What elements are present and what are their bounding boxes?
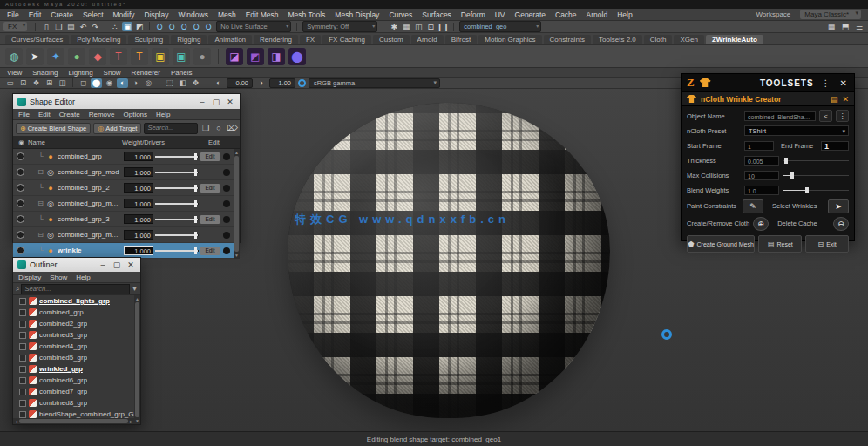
weight-slider[interactable] [155, 215, 199, 223]
options-kebab-button[interactable]: ⋮ [836, 110, 849, 122]
thickness-slider[interactable] [783, 156, 849, 165]
shelf-tab-custom[interactable]: Custom [373, 35, 410, 44]
menu-windows[interactable]: Windows [178, 10, 207, 19]
viewport-menu-panels[interactable]: Panels [171, 69, 192, 77]
menu-create[interactable]: Create [51, 10, 73, 19]
select-wrinkles-button[interactable]: ➤ [828, 199, 849, 213]
screen-ao-icon[interactable]: ◎ [143, 78, 154, 88]
shelf-tab-curves-surfaces[interactable]: Curves/Surfaces [5, 35, 69, 44]
weight-slider[interactable] [155, 199, 199, 207]
expand-toggle-icon[interactable]: ⊟ [28, 168, 44, 176]
xray-joints-icon[interactable]: ✥ [190, 78, 201, 88]
minimize-button[interactable]: – [98, 260, 108, 269]
menu-edit[interactable]: Edit [29, 10, 42, 19]
shelf-pointer-tool-icon[interactable]: ➤ [26, 48, 44, 65]
mute-dot[interactable] [221, 169, 232, 176]
blend-weights-slider[interactable] [783, 186, 849, 194]
reset-button[interactable]: ▤Reset [758, 235, 802, 253]
solo-radio[interactable] [17, 152, 24, 160]
paint-constraints-button[interactable]: ✎ [743, 199, 763, 213]
shape-editor-menu-options[interactable]: Options [124, 111, 148, 118]
ncloth-wrinkle-creator-section[interactable]: nCloth Wrinkle Creator ▤ ✕ [682, 92, 854, 106]
construction-history-icon[interactable]: ✱ [389, 22, 399, 31]
shelf-tab-arnold[interactable]: Arnold [411, 35, 444, 44]
exit-button[interactable]: ⊟Exit [805, 235, 849, 253]
select-camera-icon[interactable]: ▭ [4, 78, 16, 88]
visibility-checkbox[interactable] [19, 366, 26, 373]
edit-target-button[interactable]: Edit [200, 247, 220, 255]
mute-dot[interactable] [221, 185, 232, 192]
weight-slider[interactable] [155, 168, 199, 176]
menu-mesh-tools[interactable]: Mesh Tools [288, 10, 326, 19]
select-hierarchy-icon[interactable]: ∴ [110, 22, 120, 31]
thickness-input[interactable]: 0.005 [744, 156, 779, 166]
lighting-icon[interactable]: ◐ [117, 78, 128, 88]
close-button[interactable]: ✕ [125, 260, 136, 269]
select-component-icon[interactable]: ◩ [134, 22, 145, 31]
visibility-checkbox[interactable] [19, 400, 26, 407]
shape-editor-menu-create[interactable]: Create [59, 111, 80, 118]
shelf-yellow-cube-icon[interactable]: ▣ [152, 48, 169, 65]
object-name-input[interactable]: combined_BlendShape_wrinkle_geo [744, 112, 816, 121]
solo-radio[interactable] [17, 199, 24, 207]
shelf-tab-constraints[interactable]: Constraints [544, 35, 591, 44]
plaid-cloth-mesh[interactable] [288, 103, 610, 418]
color-management-icon[interactable] [298, 79, 306, 87]
mute-dot[interactable] [221, 153, 232, 160]
new-scene-icon[interactable]: ▯ [41, 22, 51, 31]
outliner-item[interactable]: combined2_grp [13, 318, 134, 329]
create-ground-mesh-button[interactable]: ⬟Create Ground Mesh [687, 235, 755, 253]
visibility-checkbox[interactable] [19, 377, 26, 384]
image-plane-icon[interactable]: ◫ [57, 78, 68, 88]
shape-editor-search-input[interactable]: Search... [144, 123, 198, 134]
live-surface-field[interactable]: No Live Surface [216, 21, 291, 32]
lock-camera-icon[interactable]: ⊡ [17, 78, 29, 88]
shelf-tab-xgen[interactable]: XGen [674, 35, 703, 44]
weight-value[interactable]: 1.000 [124, 167, 153, 177]
menu-select[interactable]: Select [83, 10, 104, 19]
max-collisions-slider[interactable] [783, 171, 849, 179]
visibility-checkbox[interactable] [19, 411, 26, 418]
outliner-title-bar[interactable]: Outliner – ▢ ✕ [13, 258, 140, 272]
shape-editor-vertical-scrollbar[interactable]: ▲▼ [234, 149, 240, 259]
mute-dot[interactable] [221, 216, 232, 223]
circle-filter-icon[interactable]: ○ [214, 124, 224, 132]
undo-icon[interactable]: ↶ [78, 22, 88, 31]
shelf-sphere-tool-icon[interactable]: ◍ [5, 48, 23, 65]
shaded-icon[interactable]: ⬤ [91, 78, 102, 88]
weight-value[interactable]: 1.000 [124, 214, 153, 224]
expand-toggle-icon[interactable]: ⊟ [28, 231, 44, 239]
solo-radio[interactable] [17, 184, 24, 192]
save-scene-icon[interactable]: ▤ [65, 22, 76, 31]
outliner-menu-show[interactable]: Show [50, 274, 67, 281]
shelf-tab-fx[interactable]: FX [300, 35, 321, 44]
shadows-icon[interactable]: ◑ [130, 78, 141, 88]
render-settings-icon[interactable]: ⊡ [425, 22, 436, 31]
create-blend-shape-button[interactable]: ⊕Create Blend Shape [16, 123, 91, 134]
shape-editor-menu-help[interactable]: Help [156, 111, 170, 118]
outliner-item[interactable]: combined5_grp [13, 352, 134, 363]
filter-icon[interactable]: ▼ [132, 286, 138, 292]
shape-editor-row[interactable]: ⊟◎combined_grp_mod1.000Edit [13, 165, 234, 180]
remove-section-icon[interactable]: ✕ [842, 95, 849, 104]
weight-slider[interactable] [155, 184, 199, 192]
shape-editor-menu-edit[interactable]: Edit [38, 111, 51, 118]
visibility-checkbox[interactable] [19, 343, 26, 350]
outliner-item[interactable]: combined_grp [13, 307, 134, 318]
folder-icon[interactable]: ❒ [200, 124, 211, 132]
exposure-value[interactable]: 0.00 [227, 78, 253, 88]
outliner-item[interactable]: wrinkled_grp [13, 363, 134, 375]
weight-value[interactable]: 1.000 [124, 199, 153, 208]
blend-weights-input[interactable]: 1.0 [744, 186, 779, 195]
shelf-teal-cube-icon[interactable]: ▣ [173, 48, 190, 65]
outliner-menu-display[interactable]: Display [18, 274, 41, 281]
visibility-checkbox[interactable] [19, 389, 26, 395]
outliner-item[interactable]: combined6_grp [13, 375, 134, 386]
outliner-item[interactable]: combined_lights_grp [13, 295, 134, 307]
outliner-item[interactable]: combined7_grp [13, 386, 134, 397]
snap-surface-icon[interactable]: ℧ [203, 22, 214, 31]
exposure-icon[interactable]: ◐ [213, 78, 224, 88]
weight-slider[interactable] [155, 247, 199, 254]
visibility-checkbox[interactable] [19, 332, 26, 339]
viewport-menu-show[interactable]: Show [104, 69, 121, 77]
